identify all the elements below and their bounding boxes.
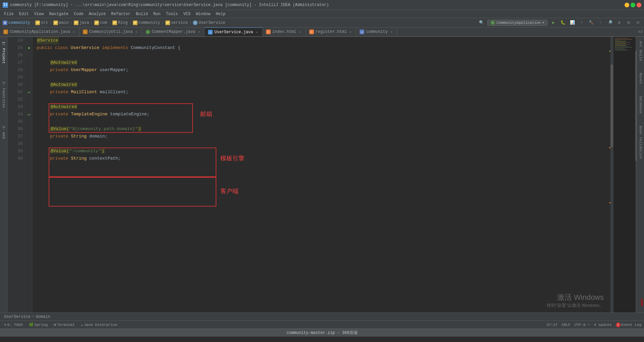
breadcrumb-src[interactable]: 📁 src: [35, 20, 48, 25]
panel-web[interactable]: 3: Web: [1, 124, 7, 141]
indent[interactable]: 4 spaces: [594, 323, 612, 327]
tab-icon-index: H: [266, 30, 271, 34]
code-line-31: private MailClient mailClient;: [33, 89, 613, 96]
breadcrumb-project[interactable]: ▤ community: [3, 20, 30, 25]
breadcrumb-userservice[interactable]: C UserService: [193, 20, 225, 25]
panel-database[interactable]: Database: [637, 93, 644, 116]
menu-edit[interactable]: Edit: [16, 11, 32, 17]
breadcrumb-community2[interactable]: 📁 community: [133, 20, 160, 25]
java-enterprise-button[interactable]: ☕ Java Enterprise: [79, 322, 119, 328]
panel-maven[interactable]: Maven: [637, 70, 644, 87]
run-config-selector[interactable]: C CommunityApplication ▾: [487, 20, 547, 26]
menu-vcs[interactable]: VCS: [181, 11, 194, 17]
tab-icon-community-app: C: [3, 30, 8, 34]
left-panel-bar: 1: Project 2: Favorites 3: Web: [0, 37, 7, 312]
sep6: ›: [129, 20, 131, 25]
tab-community-m[interactable]: m community ✕: [356, 27, 397, 37]
breadcrumb-community[interactable]: community: [8, 20, 30, 25]
menu-run[interactable]: Run: [151, 11, 163, 17]
tab-close-community-m[interactable]: ✕: [389, 30, 393, 34]
tab-close-community-app[interactable]: ✕: [72, 30, 76, 34]
breadcrumb-main[interactable]: 📁 main: [53, 20, 69, 25]
maximize-button[interactable]: [631, 3, 635, 7]
java-label[interactable]: java: [79, 20, 89, 25]
todo-button[interactable]: ≡ 6: TODO: [3, 322, 24, 328]
profile-button[interactable]: ⚡: [578, 19, 585, 26]
code-line-37: private String domain;: [33, 133, 613, 140]
folder-icon-ring: 📁: [112, 20, 117, 25]
menu-refactor[interactable]: Refactor: [108, 11, 133, 17]
spring-button[interactable]: 🌿 Spring: [28, 322, 49, 328]
code-line-34: private TemplateEngine templateEngine;: [33, 111, 613, 118]
menu-navigate[interactable]: Navigate: [46, 11, 71, 17]
layout-button[interactable]: ⊞: [625, 19, 632, 26]
gutter-38: [26, 140, 32, 148]
com-label[interactable]: com: [100, 20, 107, 25]
panel-project[interactable]: 1: Project: [1, 40, 7, 66]
menu-code[interactable]: Code: [71, 11, 86, 17]
gutter-27: [26, 59, 32, 66]
community-label[interactable]: community: [139, 20, 160, 25]
path-service: UserService: [4, 315, 31, 319]
tab-community-util[interactable]: C CommunityUtil.java ✕: [79, 27, 142, 37]
menu-help[interactable]: Help: [213, 11, 228, 17]
debug-button[interactable]: 🐛: [559, 19, 566, 26]
tab-community-application[interactable]: C CommunityApplication.java ✕: [0, 27, 79, 37]
panel-bean-validation[interactable]: Bean Validation: [637, 123, 644, 162]
tab-close-comment-mapper[interactable]: ✕: [197, 30, 201, 34]
menu-window[interactable]: Window: [193, 11, 213, 17]
close-button[interactable]: [637, 3, 641, 7]
breadcrumb-com[interactable]: 📁 com: [94, 20, 107, 25]
src-label[interactable]: src: [41, 20, 48, 25]
menu-build[interactable]: Build: [133, 11, 151, 17]
menu-view[interactable]: View: [32, 11, 47, 17]
service-label[interactable]: service: [171, 20, 188, 25]
menu-bar: File Edit View Navigate Code Analyze Ref…: [0, 10, 644, 18]
encoding[interactable]: UTF-8 ÷: [575, 323, 590, 327]
search-button[interactable]: 🔎: [606, 19, 613, 26]
settings-button[interactable]: ⚙: [616, 19, 623, 26]
tab-close-index[interactable]: ✕: [298, 30, 302, 34]
panel-ant-build[interactable]: Ant Build: [637, 38, 644, 63]
git-button[interactable]: ↑: [597, 19, 604, 26]
breadcrumb-service[interactable]: 📁 service: [165, 20, 188, 25]
title-bar: IJ community [F:\community] - ...\src\ma…: [0, 0, 644, 10]
userservice-label[interactable]: UserService: [199, 20, 225, 25]
path-separator: >: [32, 315, 34, 319]
ring-label[interactable]: Ring: [118, 20, 128, 25]
app-icon: IJ: [3, 2, 8, 8]
line-35: 35: [7, 118, 23, 125]
panel-favorites[interactable]: 2: Favorites: [1, 79, 7, 110]
menu-file[interactable]: File: [1, 11, 16, 17]
cursor-position[interactable]: 37:27: [546, 323, 557, 327]
tab-close-community-util[interactable]: ✕: [135, 30, 139, 34]
coverage-button[interactable]: 📊: [569, 19, 576, 26]
tab-index-html[interactable]: H index.html ✕: [263, 27, 306, 37]
minimize-button[interactable]: [625, 3, 629, 7]
run-button[interactable]: ▶: [550, 19, 557, 26]
tab-user-service[interactable]: C UserService.java ✕: [205, 27, 262, 37]
build-button[interactable]: 🔨: [588, 19, 594, 26]
tab-close-user-service[interactable]: ✕: [255, 30, 259, 34]
window-button[interactable]: ⊡: [635, 19, 641, 26]
code-area[interactable]: @Service public class UserService implem…: [33, 37, 613, 312]
tab-comment-mapper[interactable]: C CommentMapper.java ✕: [142, 27, 205, 37]
breadcrumb-ring[interactable]: 📁 Ring: [112, 20, 128, 25]
line-26: 26: [7, 52, 23, 59]
gutter-34: ↩: [26, 111, 32, 118]
terminal-button[interactable]: ⊞ Terminal: [52, 322, 76, 328]
menu-tools[interactable]: Tools: [163, 11, 181, 17]
main-label[interactable]: main: [59, 20, 69, 25]
menu-analyze[interactable]: Analyze: [86, 11, 108, 17]
line-ending[interactable]: CRLF: [561, 323, 570, 327]
search-everywhere-icon[interactable]: 🔍: [478, 19, 485, 26]
status-right: 37:27 CRLF UTF-8 ÷ 4 spaces 2 Event Log: [546, 323, 641, 327]
tab-register-html[interactable]: H register.html ✕: [306, 27, 357, 37]
kw-private-37: private: [50, 134, 71, 139]
main-content: 24 25 26 27 28 29 30 31 32 33 34 35 36 3…: [7, 37, 644, 312]
scrollbar-thumb[interactable]: [610, 64, 613, 147]
tab-close-register[interactable]: ✕: [348, 30, 353, 34]
breadcrumb-java[interactable]: 📁 java: [74, 20, 89, 25]
scrollbar-track[interactable]: [610, 37, 613, 312]
event-log-area[interactable]: 2 Event Log: [616, 323, 641, 327]
